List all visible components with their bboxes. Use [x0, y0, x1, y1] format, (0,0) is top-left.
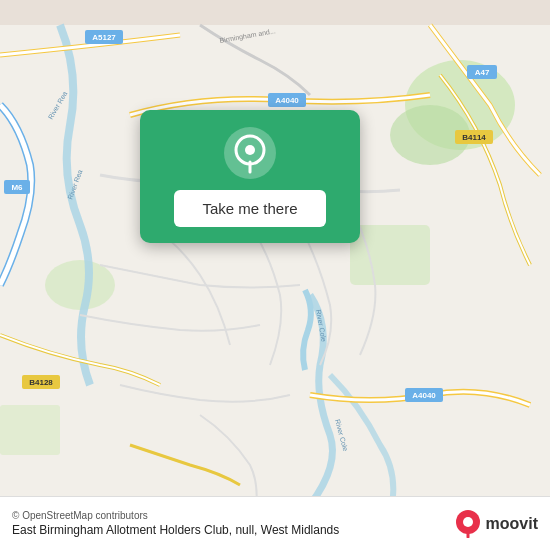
svg-rect-5: [0, 405, 60, 455]
svg-point-29: [463, 517, 473, 527]
map-background: A5127 A4040 A4040 A47 B4114 B4128 M6 Riv…: [0, 0, 550, 550]
svg-text:A5127: A5127: [92, 33, 116, 42]
map-container: A5127 A4040 A4040 A47 B4114 B4128 M6 Riv…: [0, 0, 550, 550]
svg-text:B4114: B4114: [462, 133, 486, 142]
svg-point-4: [45, 260, 115, 310]
pin-icon: [223, 126, 277, 180]
svg-text:M6: M6: [11, 183, 23, 192]
moovit-logo-icon: [454, 510, 482, 538]
place-name: East Birmingham Allotment Holders Club, …: [12, 523, 454, 537]
moovit-logo: moovit: [454, 510, 538, 538]
map-attribution: © OpenStreetMap contributors: [12, 510, 454, 521]
location-card[interactable]: Take me there: [140, 110, 360, 243]
svg-text:A47: A47: [475, 68, 490, 77]
svg-text:A4040: A4040: [275, 96, 299, 105]
take-me-there-button[interactable]: Take me there: [174, 190, 325, 227]
svg-text:B4128: B4128: [29, 378, 53, 387]
bottom-bar: © OpenStreetMap contributors East Birmin…: [0, 496, 550, 550]
moovit-label: moovit: [486, 515, 538, 533]
svg-point-27: [245, 145, 255, 155]
svg-text:A4040: A4040: [412, 391, 436, 400]
